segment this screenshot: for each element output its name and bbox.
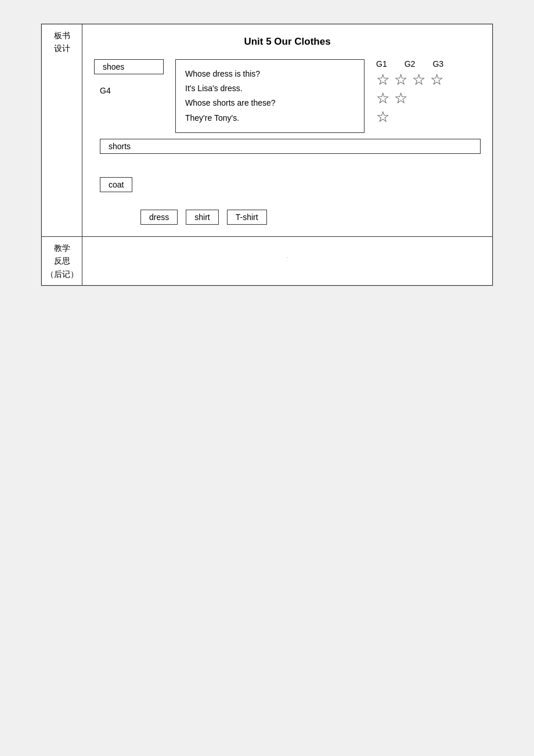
label-jiaoxue: 教学 反思 （后记） (42, 236, 82, 285)
middle-column: Whose dress is this? It's Lisa's dress. … (175, 59, 365, 133)
star-1-4: ☆ (430, 72, 443, 87)
bangshu-content: Unit 5 Our Clothes shoes G4 Whose dress … (82, 24, 493, 237)
stars-section: ☆ ☆ ☆ ☆ ☆ ☆ ☆ (376, 72, 443, 124)
stars-row-2: ☆ ☆ (376, 91, 407, 106)
g4-label: G4 (100, 86, 164, 95)
word-box-shorts: shorts (100, 139, 481, 154)
star-2-1: ☆ (376, 91, 389, 106)
star-1-1: ☆ (376, 72, 389, 87)
g1-label: G1 (376, 59, 387, 69)
top-row: shoes G4 Whose dress is this? It's Lisa'… (94, 59, 481, 133)
stars-row-1: ☆ ☆ ☆ ☆ (376, 72, 443, 87)
word-box-coat: coat (100, 177, 132, 192)
dialogue-line-3: Whose shorts are these? (185, 96, 355, 110)
page: 板书 设计 Unit 5 Our Clothes shoes G4 (41, 23, 493, 286)
stars-row-3: ☆ (376, 109, 389, 124)
dialogue-line-2: It's Lisa's dress. (185, 81, 355, 96)
unit-title: Unit 5 Our Clothes (94, 36, 481, 48)
bottom-words: dress shirt T-shirt (140, 210, 481, 225)
star-1-3: ☆ (412, 72, 425, 87)
g-labels-row: G1 G2 G3 (376, 59, 443, 69)
main-table: 板书 设计 Unit 5 Our Clothes shoes G4 (41, 24, 493, 286)
dialogue-line-1: Whose dress is this? (185, 67, 355, 81)
word-box-shoes: shoes (94, 59, 164, 74)
star-2-2: ☆ (394, 91, 407, 106)
g2-label: G2 (405, 59, 416, 69)
middle-words: shorts coat (100, 139, 481, 192)
star-3-1: ☆ (376, 109, 389, 124)
word-box-dress: dress (140, 210, 178, 225)
right-column: G1 G2 G3 ☆ ☆ ☆ ☆ (376, 59, 481, 124)
left-column: shoes G4 (94, 59, 164, 95)
star-1-2: ☆ (394, 72, 407, 87)
board-layout: shoes G4 Whose dress is this? It's Lisa'… (94, 59, 481, 225)
g3-label: G3 (432, 59, 443, 69)
jiaoxue-content: · (82, 236, 493, 285)
dot-marker: · (94, 249, 481, 261)
dialogue-box: Whose dress is this? It's Lisa's dress. … (175, 59, 365, 133)
dialogue-line-4: They're Tony's. (185, 111, 355, 125)
label-bangshu: 板书 设计 (42, 24, 82, 237)
word-box-shirt: shirt (186, 210, 218, 225)
word-box-tshirt: T-shirt (227, 210, 267, 225)
